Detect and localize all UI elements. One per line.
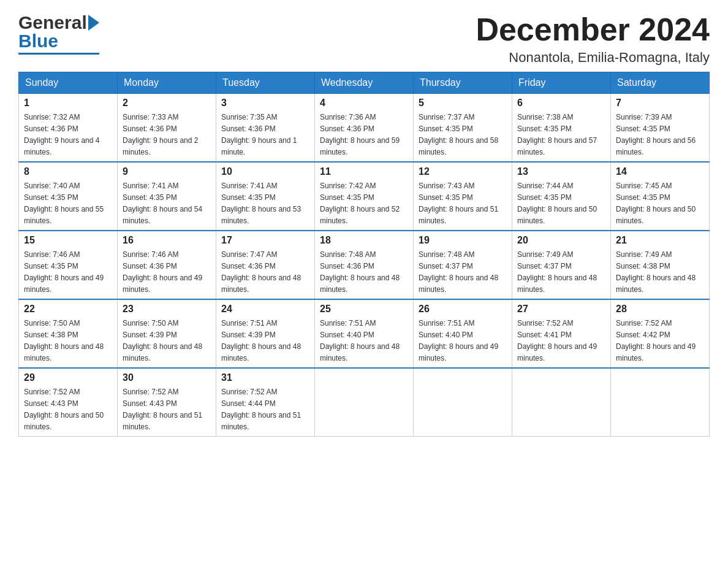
calendar-cell: 29 Sunrise: 7:52 AMSunset: 4:43 PMDaylig… [19, 368, 118, 437]
day-number: 6 [517, 98, 605, 109]
day-info: Sunrise: 7:51 AMSunset: 4:40 PMDaylight:… [320, 319, 400, 362]
calendar-cell: 17 Sunrise: 7:47 AMSunset: 4:36 PMDaylig… [216, 231, 315, 299]
calendar-cell [512, 368, 611, 437]
page-header: General Blue December 2024 Nonantola, Em… [18, 12, 710, 66]
day-number: 27 [517, 304, 605, 315]
day-number: 1 [24, 98, 112, 109]
logo-blue-text: Blue [18, 31, 58, 52]
calendar-cell: 9 Sunrise: 7:41 AMSunset: 4:35 PMDayligh… [118, 162, 216, 231]
day-info: Sunrise: 7:50 AMSunset: 4:38 PMDaylight:… [24, 319, 104, 362]
calendar-cell: 1 Sunrise: 7:32 AMSunset: 4:36 PMDayligh… [19, 94, 118, 163]
calendar-cell: 31 Sunrise: 7:52 AMSunset: 4:44 PMDaylig… [216, 368, 315, 437]
logo-underline [18, 53, 99, 55]
day-number: 14 [616, 166, 704, 177]
calendar-cell: 13 Sunrise: 7:44 AMSunset: 4:35 PMDaylig… [512, 162, 611, 231]
day-info: Sunrise: 7:48 AMSunset: 4:37 PMDaylight:… [419, 250, 498, 294]
calendar-cell: 15 Sunrise: 7:46 AMSunset: 4:35 PMDaylig… [19, 231, 118, 299]
day-number: 16 [123, 235, 211, 246]
calendar-cell: 26 Sunrise: 7:51 AMSunset: 4:40 PMDaylig… [414, 299, 512, 368]
calendar-cell: 21 Sunrise: 7:49 AMSunset: 4:38 PMDaylig… [611, 231, 710, 299]
weekday-header-thursday: Thursday [414, 72, 512, 94]
weekday-header-wednesday: Wednesday [315, 72, 414, 94]
day-number: 25 [320, 304, 408, 315]
day-info: Sunrise: 7:35 AMSunset: 4:36 PMDaylight:… [221, 113, 297, 156]
calendar-cell: 14 Sunrise: 7:45 AMSunset: 4:35 PMDaylig… [611, 162, 710, 231]
calendar-cell [414, 368, 512, 437]
day-number: 7 [616, 98, 704, 109]
calendar-cell: 6 Sunrise: 7:38 AMSunset: 4:35 PMDayligh… [512, 94, 611, 163]
day-number: 24 [221, 304, 309, 315]
logo: General Blue [18, 12, 99, 55]
day-info: Sunrise: 7:52 AMSunset: 4:41 PMDaylight:… [517, 319, 597, 362]
calendar-cell: 27 Sunrise: 7:52 AMSunset: 4:41 PMDaylig… [512, 299, 611, 368]
calendar-cell: 10 Sunrise: 7:41 AMSunset: 4:35 PMDaylig… [216, 162, 315, 231]
title-area: December 2024 Nonantola, Emilia-Romagna,… [476, 12, 710, 66]
day-number: 22 [24, 304, 112, 315]
calendar-cell: 8 Sunrise: 7:40 AMSunset: 4:35 PMDayligh… [19, 162, 118, 231]
day-info: Sunrise: 7:42 AMSunset: 4:35 PMDaylight:… [320, 182, 400, 225]
weekday-header-monday: Monday [118, 72, 216, 94]
day-info: Sunrise: 7:51 AMSunset: 4:40 PMDaylight:… [419, 319, 498, 362]
weekday-header-saturday: Saturday [611, 72, 710, 94]
day-info: Sunrise: 7:47 AMSunset: 4:36 PMDaylight:… [221, 250, 301, 294]
calendar-cell: 18 Sunrise: 7:48 AMSunset: 4:36 PMDaylig… [315, 231, 414, 299]
day-info: Sunrise: 7:38 AMSunset: 4:35 PMDaylight:… [517, 113, 597, 156]
calendar-cell: 11 Sunrise: 7:42 AMSunset: 4:35 PMDaylig… [315, 162, 414, 231]
day-number: 15 [24, 235, 112, 246]
day-info: Sunrise: 7:43 AMSunset: 4:35 PMDaylight:… [419, 182, 498, 225]
day-number: 26 [419, 304, 507, 315]
weekday-header-friday: Friday [512, 72, 611, 94]
weekday-header-row: SundayMondayTuesdayWednesdayThursdayFrid… [19, 72, 710, 94]
logo-general-text: General [18, 12, 87, 33]
day-number: 13 [517, 166, 605, 177]
day-number: 18 [320, 235, 408, 246]
day-info: Sunrise: 7:52 AMSunset: 4:44 PMDaylight:… [221, 388, 301, 431]
calendar-cell: 2 Sunrise: 7:33 AMSunset: 4:36 PMDayligh… [118, 94, 216, 163]
calendar-cell: 30 Sunrise: 7:52 AMSunset: 4:43 PMDaylig… [118, 368, 216, 437]
calendar-cell: 4 Sunrise: 7:36 AMSunset: 4:36 PMDayligh… [315, 94, 414, 163]
day-info: Sunrise: 7:40 AMSunset: 4:35 PMDaylight:… [24, 182, 104, 225]
day-info: Sunrise: 7:32 AMSunset: 4:36 PMDaylight:… [24, 113, 99, 156]
calendar-cell: 5 Sunrise: 7:37 AMSunset: 4:35 PMDayligh… [414, 94, 512, 163]
calendar-cell: 25 Sunrise: 7:51 AMSunset: 4:40 PMDaylig… [315, 299, 414, 368]
day-number: 3 [221, 98, 309, 109]
day-info: Sunrise: 7:49 AMSunset: 4:38 PMDaylight:… [616, 250, 696, 294]
calendar-cell: 20 Sunrise: 7:49 AMSunset: 4:37 PMDaylig… [512, 231, 611, 299]
day-info: Sunrise: 7:36 AMSunset: 4:36 PMDaylight:… [320, 113, 400, 156]
day-info: Sunrise: 7:49 AMSunset: 4:37 PMDaylight:… [517, 250, 597, 294]
day-number: 21 [616, 235, 704, 246]
day-info: Sunrise: 7:51 AMSunset: 4:39 PMDaylight:… [221, 319, 301, 362]
day-info: Sunrise: 7:45 AMSunset: 4:35 PMDaylight:… [616, 182, 696, 225]
week-row-4: 22 Sunrise: 7:50 AMSunset: 4:38 PMDaylig… [19, 299, 710, 368]
day-number: 31 [221, 372, 309, 383]
day-number: 2 [123, 98, 211, 109]
day-number: 20 [517, 235, 605, 246]
day-info: Sunrise: 7:46 AMSunset: 4:35 PMDaylight:… [24, 250, 104, 294]
day-info: Sunrise: 7:37 AMSunset: 4:35 PMDaylight:… [419, 113, 498, 156]
day-number: 12 [419, 166, 507, 177]
calendar-cell: 3 Sunrise: 7:35 AMSunset: 4:36 PMDayligh… [216, 94, 315, 163]
day-info: Sunrise: 7:48 AMSunset: 4:36 PMDaylight:… [320, 250, 400, 294]
location-text: Nonantola, Emilia-Romagna, Italy [476, 50, 710, 66]
calendar-cell: 22 Sunrise: 7:50 AMSunset: 4:38 PMDaylig… [19, 299, 118, 368]
day-info: Sunrise: 7:44 AMSunset: 4:35 PMDaylight:… [517, 182, 597, 225]
week-row-3: 15 Sunrise: 7:46 AMSunset: 4:35 PMDaylig… [19, 231, 710, 299]
calendar-cell: 19 Sunrise: 7:48 AMSunset: 4:37 PMDaylig… [414, 231, 512, 299]
day-number: 23 [123, 304, 211, 315]
logo-arrow-icon [88, 15, 99, 31]
calendar-table: SundayMondayTuesdayWednesdayThursdayFrid… [18, 72, 710, 437]
day-info: Sunrise: 7:41 AMSunset: 4:35 PMDaylight:… [221, 182, 301, 225]
day-info: Sunrise: 7:46 AMSunset: 4:36 PMDaylight:… [123, 250, 202, 294]
day-number: 5 [419, 98, 507, 109]
weekday-header-sunday: Sunday [19, 72, 118, 94]
week-row-1: 1 Sunrise: 7:32 AMSunset: 4:36 PMDayligh… [19, 94, 710, 163]
day-number: 11 [320, 166, 408, 177]
day-info: Sunrise: 7:52 AMSunset: 4:43 PMDaylight:… [123, 388, 202, 431]
day-number: 29 [24, 372, 112, 383]
day-number: 30 [123, 372, 211, 383]
day-number: 9 [123, 166, 211, 177]
day-info: Sunrise: 7:39 AMSunset: 4:35 PMDaylight:… [616, 113, 696, 156]
weekday-header-tuesday: Tuesday [216, 72, 315, 94]
week-row-5: 29 Sunrise: 7:52 AMSunset: 4:43 PMDaylig… [19, 368, 710, 437]
calendar-cell: 16 Sunrise: 7:46 AMSunset: 4:36 PMDaylig… [118, 231, 216, 299]
